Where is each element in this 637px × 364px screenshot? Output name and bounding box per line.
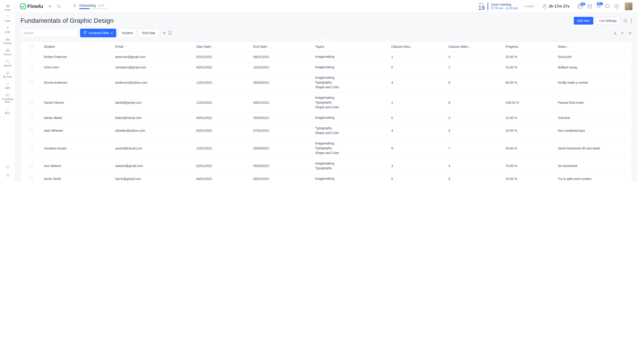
unsaved-filter-chip[interactable]: Unsaved Filter ×	[80, 29, 116, 37]
row-checkbox[interactable]	[29, 80, 33, 84]
svg-rect-10	[6, 73, 10, 74]
more-events[interactable]: +1 event	[523, 5, 534, 8]
table-row[interactable]: Ann Watsonwatson@gmail.com02/01/202209/3…	[21, 158, 632, 174]
row-checkbox[interactable]	[29, 176, 33, 180]
cell-start: 05/01/2022	[194, 62, 251, 72]
col-progress[interactable]: Progress	[503, 42, 556, 52]
table-row[interactable]: Emma Andersonanderson@yahoo.com12/01/202…	[21, 72, 632, 92]
table-row[interactable]: Chris Dernchrisdern@gmail.com05/01/20221…	[21, 62, 632, 72]
chevron-down-icon: ▾	[567, 46, 568, 48]
col-attended[interactable]: Classes Atten…	[446, 42, 503, 52]
settings-gear-icon[interactable]	[6, 173, 10, 178]
sidebar-item-crm[interactable]: CRM	[0, 24, 15, 35]
chip-label: Unsaved Filter	[88, 31, 109, 35]
cell-notes: Try to add more context	[556, 174, 632, 182]
cell-attended: 7	[446, 138, 503, 158]
col-end[interactable]: End Date▾	[251, 42, 313, 52]
cell-notes: No homework	[556, 158, 632, 174]
event-widget[interactable]: Zoom meeting 07:30 am - 01:00 pm	[491, 3, 518, 10]
more-menu-icon[interactable]	[631, 18, 632, 23]
table-row[interactable]: Jack Wheelerwheeler@yahoo.com02/01/20220…	[21, 123, 632, 138]
col-student[interactable]: Student	[42, 42, 113, 52]
row-checkbox[interactable]	[29, 54, 33, 58]
cell-topics: TypographyShape and Color	[313, 123, 389, 138]
download-icon[interactable]	[613, 31, 617, 35]
col-email[interactable]: Email▾	[113, 42, 194, 52]
row-checkbox[interactable]	[29, 146, 33, 150]
sidebar-item-tasks[interactable]: Tasks	[0, 13, 15, 24]
table-row[interactable]: Jonathan Austinaustin@icloud.com12/01/20…	[21, 138, 632, 158]
cell-attended: 3	[446, 123, 503, 138]
search-input[interactable]	[20, 29, 78, 37]
close-icon[interactable]: ×	[111, 31, 113, 35]
sidebar-item-kb[interactable]: Knowledge Base	[0, 91, 15, 105]
row-checkbox[interactable]	[29, 65, 33, 69]
cell-student: Jonathan Austin	[42, 138, 113, 158]
notifications-button[interactable]: 99+	[596, 4, 600, 9]
date-widget[interactable]: Mon 19	[478, 2, 485, 11]
help-icon[interactable]	[6, 165, 10, 169]
sidebar-item-projects[interactable]: Projects	[0, 35, 15, 46]
cell-notes: Passed final exam	[556, 92, 632, 112]
col-topics[interactable]: Topics	[313, 42, 389, 52]
cell-topics: ImagemakingTypography	[313, 158, 389, 174]
sidebar-item-agile[interactable]: Agile	[0, 80, 15, 91]
page-settings-icon[interactable]	[623, 18, 628, 23]
col-missed[interactable]: Classes Miss…	[389, 42, 446, 52]
sidebar-item-more[interactable]: More	[0, 105, 15, 116]
select-all-checkbox[interactable]	[29, 44, 33, 48]
cell-progress: 45.00 %	[503, 138, 556, 158]
cell-end: 08/31/2022	[251, 52, 313, 62]
onboarding-widget[interactable]: Onboarding 5/13	[72, 4, 106, 9]
end-date-filter-chip[interactable]: End Date	[138, 29, 158, 37]
table-settings-icon[interactable]	[628, 31, 632, 35]
collapse-icon[interactable]	[621, 32, 624, 34]
table-row[interactable]: Daniel Oliveredaniel@gmail.com11/01/2021…	[21, 92, 632, 112]
notes-button[interactable]	[588, 4, 592, 9]
sidebar-item-home[interactable]: Home	[0, 2, 15, 13]
student-filter-chip[interactable]: Student	[118, 29, 136, 37]
chat-button[interactable]	[605, 4, 610, 9]
table-row[interactable]: Adrian Bakerbaker@icloud.com05/01/202209…	[21, 112, 632, 123]
user-avatar[interactable]	[625, 2, 632, 10]
brand-logo[interactable]: Flowlu	[20, 4, 43, 9]
sidebar-item-team[interactable]: My Team	[0, 69, 15, 80]
bookmark-icon[interactable]	[168, 31, 172, 35]
cell-end: 07/31/2022	[251, 123, 313, 138]
onboarding-label: Onboarding	[79, 4, 96, 7]
list-settings-button[interactable]: List Settings	[596, 17, 620, 24]
sidebar-item-label: Projects	[4, 42, 12, 44]
plus-icon[interactable]	[47, 4, 52, 9]
row-checkbox[interactable]	[29, 164, 33, 168]
onboarding-progress	[79, 8, 106, 9]
cell-end: 09/30/2022	[251, 112, 313, 123]
timer-widget[interactable]: 2h 17m 27s	[542, 4, 570, 9]
add-filter-icon[interactable]	[162, 31, 166, 35]
table-row[interactable]: Annie Smithharris@gmail.com04/01/202208/…	[21, 174, 632, 182]
row-checkbox[interactable]	[29, 100, 33, 104]
svg-point-20	[7, 110, 8, 111]
sidebar-item-finance[interactable]: Finance	[0, 46, 15, 58]
sidebar-item-label: More	[5, 112, 10, 114]
book-icon	[5, 93, 10, 97]
expand-table-toggle[interactable]: ︿	[322, 38, 330, 42]
row-checkbox[interactable]	[29, 128, 33, 132]
date-num: 19	[478, 5, 485, 11]
cell-notes: Kindly make a review	[556, 72, 632, 92]
table-row[interactable]: Robert Petersonpeterson@gmail.com02/01/2…	[21, 52, 632, 62]
inbox-button[interactable]: 56	[578, 4, 583, 8]
sidebar: Home Tasks CRM Projects Finance Spaces M…	[0, 0, 16, 182]
sidebar-item-spaces[interactable]: Spaces	[0, 58, 15, 69]
search-icon[interactable]	[56, 4, 62, 9]
add-item-button[interactable]: Add Item	[574, 17, 593, 24]
cell-start: 12/01/2021	[194, 72, 251, 92]
col-notes[interactable]: Notes▾	[556, 42, 632, 52]
row-checkbox[interactable]	[29, 116, 33, 119]
cell-start: 02/01/2022	[194, 52, 251, 62]
cell-attended: 1	[446, 62, 503, 72]
col-start[interactable]: Start Date▾	[194, 42, 251, 52]
svg-point-24	[58, 5, 60, 7]
help-button[interactable]: ?	[614, 4, 619, 9]
page-title: Fundamentals of Graphic Design	[20, 17, 114, 24]
cell-start: 02/01/2022	[194, 123, 251, 138]
